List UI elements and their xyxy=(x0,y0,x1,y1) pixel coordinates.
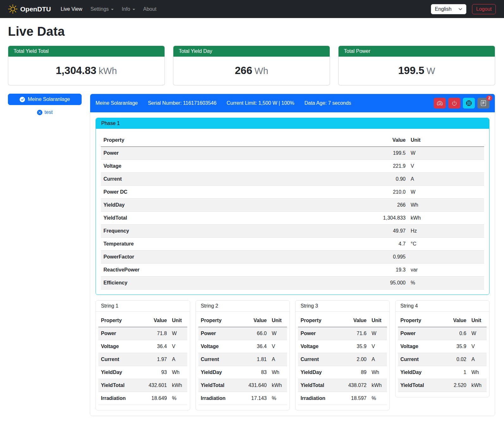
unit-cell: Hz xyxy=(408,225,484,238)
language-select[interactable]: English xyxy=(431,4,466,14)
property-cell: PowerFactor xyxy=(101,251,285,264)
value-cell: 71.6 xyxy=(338,327,369,340)
value-cell: 35.9 xyxy=(441,340,469,353)
unit-cell: V xyxy=(369,340,387,353)
value-cell: 0.6 xyxy=(441,327,469,340)
unit-cell: kWh xyxy=(369,379,387,392)
table-row: YieldTotal431.640kWh xyxy=(198,379,287,392)
inverter-action-buttons: 2 xyxy=(434,98,489,109)
total-yield-day-card: Total Yield Day 266Wh xyxy=(173,46,330,85)
nav-item-settings[interactable]: Settings xyxy=(86,4,118,15)
table-header-row: Property Value Unit xyxy=(98,314,187,327)
test-inverter-link[interactable]: test xyxy=(8,109,82,115)
col-value: Value xyxy=(238,314,269,327)
table-row: YieldTotal438.072kWh xyxy=(298,379,387,392)
table-row: Irradiation18.649% xyxy=(98,392,187,405)
unit-cell: V xyxy=(408,160,484,173)
unit-cell: A xyxy=(369,353,387,366)
property-cell: Voltage xyxy=(98,340,138,353)
unit-cell: % xyxy=(269,392,287,405)
unit-cell: W xyxy=(369,327,387,340)
value-cell: 2.520 xyxy=(441,379,469,392)
nav-item-live-view[interactable]: Live View xyxy=(57,4,86,15)
property-cell: Current xyxy=(398,353,441,366)
brand-link[interactable]: OpenDTU xyxy=(8,4,51,14)
logout-button[interactable]: Logout xyxy=(472,4,496,14)
property-cell: Current xyxy=(198,353,238,366)
unit-cell: Wh xyxy=(269,366,287,379)
power-icon xyxy=(451,100,457,106)
value-cell: 18.597 xyxy=(338,392,369,405)
col-unit: Unit xyxy=(170,314,187,327)
unit-cell: W xyxy=(408,147,484,160)
total-yield-total-card: Total Yield Total 1,304.83kWh xyxy=(8,46,165,85)
event-log-button[interactable]: 2 xyxy=(477,98,489,109)
inverter-data-age: Data Age: 7 seconds xyxy=(304,100,351,106)
value-cell: 1.97 xyxy=(138,353,170,366)
card-header: Total Power xyxy=(339,46,495,57)
col-value: Value xyxy=(338,314,369,327)
string-card-header: String 4 xyxy=(395,301,489,312)
unit-cell: var xyxy=(408,264,484,277)
property-cell: YieldDay xyxy=(398,366,441,379)
power-button[interactable] xyxy=(448,98,460,109)
table-row: Irradiation18.597% xyxy=(298,392,387,405)
table-header-row: Property Value Unit xyxy=(298,314,387,327)
inverter-select-button[interactable]: Meine Solaranlage xyxy=(8,94,82,105)
table-row: YieldTotal432.601kWh xyxy=(98,379,187,392)
unit-cell: °C xyxy=(408,238,484,251)
property-cell: Power xyxy=(101,147,285,160)
limit-settings-button[interactable] xyxy=(434,98,446,109)
property-cell: Temperature xyxy=(101,238,285,251)
inverter-serial: Serial Number: 116171603546 xyxy=(148,100,216,106)
table-row: PowerFactor0.995 xyxy=(101,251,484,264)
col-unit: Unit xyxy=(269,314,287,327)
unit-cell: Wh xyxy=(170,366,187,379)
value-cell: 1 xyxy=(441,366,469,379)
table-row: YieldDay266Wh xyxy=(101,199,484,212)
col-property: Property xyxy=(298,314,338,327)
x-circle-icon xyxy=(37,110,42,115)
property-cell: ReactivePower xyxy=(101,264,285,277)
nav-item-info[interactable]: Info xyxy=(118,4,139,15)
col-value: Value xyxy=(138,314,170,327)
unit-cell: Wh xyxy=(469,366,487,379)
value-cell: 210.0 xyxy=(285,186,408,199)
event-count-badge: 2 xyxy=(486,95,492,101)
nav-item-about[interactable]: About xyxy=(139,4,161,15)
inverter-limit: Current Limit: 1,500 W | 100% xyxy=(227,100,294,106)
table-row: Voltage35.9V xyxy=(398,340,487,353)
test-inverter-label: test xyxy=(45,109,53,115)
brand-label: OpenDTU xyxy=(20,5,51,13)
string-card-header: String 1 xyxy=(96,301,190,312)
value-cell: 2.00 xyxy=(338,353,369,366)
value-cell: 1.81 xyxy=(238,353,269,366)
value-cell: 0.02 xyxy=(441,353,469,366)
unit-cell: A xyxy=(170,353,187,366)
cpu-icon xyxy=(466,100,472,106)
property-cell: Power xyxy=(198,327,238,340)
table-row: Current1.97A xyxy=(98,353,187,366)
string-2-table: Property Value Unit Power66.0WVoltage36.… xyxy=(198,314,287,405)
value-cell: 66.0 xyxy=(238,327,269,340)
property-cell: Voltage xyxy=(198,340,238,353)
table-row: Power0.6W xyxy=(398,327,487,340)
property-cell: YieldDay xyxy=(198,366,238,379)
property-cell: Efficiency xyxy=(101,277,285,290)
device-info-button[interactable] xyxy=(463,98,475,109)
unit-cell: % xyxy=(369,392,387,405)
total-yield-total-unit: kWh xyxy=(99,66,117,76)
table-header-row: Property Value Unit xyxy=(398,314,487,327)
table-row: Power199.5W xyxy=(101,147,484,160)
value-cell: 36.4 xyxy=(138,340,170,353)
card-header: Total Yield Total xyxy=(8,46,165,57)
chevron-down-icon xyxy=(458,7,462,11)
value-cell: 95.000 xyxy=(285,277,408,290)
unit-cell: kWh xyxy=(269,379,287,392)
total-power-card: Total Power 199.5W xyxy=(338,46,495,85)
table-row: Temperature4.7°C xyxy=(101,238,484,251)
property-cell: YieldDay xyxy=(101,199,285,212)
value-cell: 71.8 xyxy=(138,327,170,340)
value-cell: 93 xyxy=(138,366,170,379)
table-row: Efficiency95.000% xyxy=(101,277,484,290)
